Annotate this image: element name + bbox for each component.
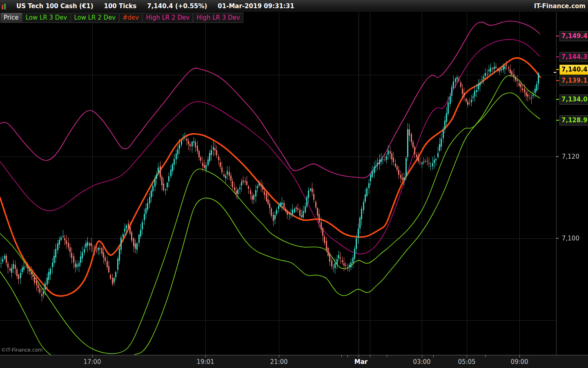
legend-price-tab[interactable]: Price (0, 13, 22, 23)
chart-canvas[interactable] (0, 0, 588, 355)
time-axis-label: 05:05 (458, 358, 475, 366)
time-axis-label: 17:00 (83, 358, 101, 366)
time-axis-tick (279, 355, 279, 357)
datetime-label: 01-Mar-2019 09:31:31 (218, 2, 294, 10)
price-level-label: 7,128.9 (559, 115, 588, 126)
time-axis-label: 03:00 (413, 358, 430, 366)
last-price-change: 7,140.4 (+0.55%) (147, 2, 207, 10)
time-axis-label: Mar (354, 358, 368, 366)
legend-low-lr2[interactable]: Low LR 2 Dev (71, 13, 119, 23)
candlestick-icon (2, 3, 6, 9)
legend-dev[interactable]: #dev (119, 13, 142, 23)
legend-low-lr3[interactable]: Low LR 3 Dev (22, 13, 71, 23)
time-axis-label: 09:00 (510, 358, 528, 366)
title-bar: US Tech 100 Cash (€1) 100 Ticks 7,140.4 … (0, 0, 588, 12)
watermark: ©IT-Finance.com (1, 347, 42, 353)
time-axis-tick (205, 355, 206, 357)
price-level-label: 7,139.1 (559, 76, 588, 86)
time-axis-tick (341, 355, 342, 357)
time-axis-tick (519, 355, 520, 357)
time-axis-tick (422, 355, 422, 357)
time-axis-tick (92, 355, 93, 357)
time-axis-label: 21:00 (270, 358, 287, 366)
time-axis-tick (347, 355, 348, 357)
time-axis: 17:0019:0121:00Mar03:0005:0509:00 (0, 355, 588, 368)
trading-app-window: US Tech 100 Cash (€1) 100 Ticks 7,140.4 … (0, 0, 588, 368)
legend-high-lr2[interactable]: High LR 2 Dev (143, 13, 193, 23)
axis-price-label: 7,100 (560, 234, 588, 243)
price-level-label: 7,144.3 (559, 52, 588, 62)
price-level-label: 7,149.4 (559, 31, 588, 41)
time-axis-tick (370, 355, 370, 357)
time-axis-tick (467, 355, 467, 357)
legend-bar: Price Low LR 3 Dev Low LR 2 Dev #dev Hig… (0, 13, 243, 23)
time-axis-label: 19:01 (196, 358, 214, 366)
current-price-label: 7,140.4 (559, 65, 588, 75)
time-axis-tick (485, 355, 486, 357)
time-axis-tick (387, 355, 387, 357)
time-axis-tick (359, 355, 359, 357)
time-axis-tick (433, 355, 434, 357)
symbol-title: US Tech 100 Cash (€1) (16, 2, 94, 10)
legend-high-lr3[interactable]: High LR 3 Dev (193, 13, 243, 23)
price-level-label: 7,134.0 (559, 94, 588, 105)
brand-label: IT-Finance.com (534, 2, 586, 10)
axis-price-label: 7,120 (560, 152, 588, 162)
interval-label: 100 Ticks (104, 2, 137, 10)
